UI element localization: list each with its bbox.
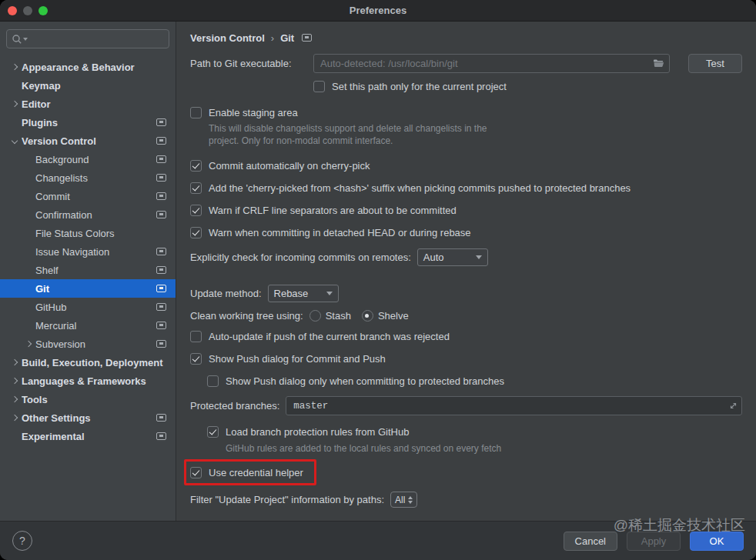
settings-page-icon (156, 340, 166, 348)
sidebar-item-build-execution-deployment[interactable]: Build, Execution, Deployment (0, 353, 176, 372)
auto-update-rejected-push-checkbox[interactable]: Auto-update if push of the current branc… (190, 328, 742, 345)
search-icon (12, 34, 28, 45)
sidebar-item-experimental[interactable]: Experimental (0, 427, 176, 445)
sidebar-item-tools[interactable]: Tools (0, 390, 176, 408)
chevron-right-icon[interactable] (12, 64, 18, 70)
settings-page-icon (302, 34, 312, 42)
commit-on-cherry-pick-label: Commit automatically on cherry-pick (209, 160, 370, 172)
settings-page-icon (156, 211, 166, 218)
sidebar-item-label: Git (35, 283, 156, 295)
sidebar-item-mercurial[interactable]: Mercurial (0, 316, 176, 335)
stash-radio-label[interactable]: Stash (326, 310, 351, 322)
chevron-right-icon[interactable] (12, 415, 18, 421)
checkbox-icon[interactable] (190, 205, 202, 216)
ok-button[interactable]: OK (690, 532, 744, 551)
checkbox-icon[interactable] (190, 107, 202, 118)
sidebar-item-git[interactable]: Git (0, 279, 176, 298)
enable-staging-area-label: Enable staging area (209, 107, 298, 118)
show-push-dialog-checkbox[interactable]: Show Push dialog for Commit and Push (190, 350, 742, 367)
commit-on-cherry-pick-checkbox[interactable]: Commit automatically on cherry-pick (190, 157, 742, 174)
chevron-down-icon[interactable] (12, 138, 18, 144)
load-branch-rules-checkbox[interactable]: Load branch protection rules from GitHub (207, 423, 742, 440)
sidebar-item-file-status-colors[interactable]: File Status Colors (0, 224, 176, 242)
sidebar-item-editor[interactable]: Editor (0, 95, 176, 113)
stash-radio[interactable] (309, 310, 321, 322)
search-input[interactable] (30, 34, 164, 45)
search-options-chevron-icon[interactable] (23, 38, 28, 41)
checkbox-icon[interactable] (190, 227, 202, 238)
folder-browse-icon[interactable] (653, 58, 664, 70)
expand-field-icon[interactable] (729, 401, 738, 412)
cancel-button[interactable]: Cancel (564, 532, 617, 551)
settings-page-icon (156, 285, 166, 292)
checkbox-icon[interactable] (207, 426, 219, 438)
chevron-right-icon[interactable] (12, 378, 18, 384)
sidebar-item-github[interactable]: GitHub (0, 298, 176, 316)
enable-staging-area-checkbox[interactable]: Enable staging area (190, 104, 742, 121)
warn-crlf-checkbox[interactable]: Warn if CRLF line separators are about t… (190, 202, 742, 218)
checkbox-icon[interactable] (190, 353, 202, 365)
checkbox-icon[interactable] (190, 160, 202, 172)
help-button[interactable]: ? (12, 531, 32, 551)
breadcrumb-separator: › (271, 32, 274, 44)
apply-button[interactable]: Apply (627, 532, 681, 551)
push-dialog-protected-checkbox[interactable]: Show Push dialog only when committing to… (207, 372, 742, 389)
shelve-radio-label[interactable]: Shelve (378, 310, 409, 322)
sidebar-item-label: Keymap (22, 80, 166, 92)
filter-update-project-label: Filter "Update Project" information by p… (190, 494, 384, 505)
dialog-footer: ? Cancel Apply OK @稀土掘金技术社区 (0, 521, 756, 560)
minimize-window-button[interactable] (23, 6, 32, 15)
sidebar-item-keymap[interactable]: Keymap (0, 76, 176, 95)
checkbox-icon[interactable] (313, 81, 325, 92)
sidebar-item-issue-navigation[interactable]: Issue Navigation (0, 242, 176, 261)
sidebar-item-label: Languages & Frameworks (22, 375, 166, 387)
checkbox-icon[interactable] (190, 331, 202, 342)
settings-page-icon (156, 155, 166, 163)
staging-hint: This will disable changelists support an… (209, 122, 497, 147)
breadcrumb-section[interactable]: Version Control (190, 32, 265, 44)
sidebar-item-subversion[interactable]: Subversion (0, 335, 176, 353)
git-path-row: Path to Git executable: Test (190, 54, 742, 73)
sidebar-item-languages-frameworks[interactable]: Languages & Frameworks (0, 372, 176, 390)
chevron-right-icon[interactable] (25, 341, 32, 347)
load-branch-rules-label: Load branch protection rules from GitHub (226, 426, 409, 438)
close-window-button[interactable] (8, 6, 17, 15)
settings-search-field[interactable] (6, 29, 169, 48)
cherry-picked-suffix-checkbox[interactable]: Add the 'cherry-picked from <hash>' suff… (190, 179, 742, 196)
sidebar-item-label: GitHub (35, 302, 156, 313)
chevron-right-icon[interactable] (12, 359, 18, 365)
shelve-radio[interactable] (362, 310, 373, 322)
cherry-picked-suffix-label: Add the 'cherry-picked from <hash>' suff… (209, 182, 631, 194)
filter-paths-select[interactable]: All (390, 492, 417, 508)
update-method-label: Update method: (190, 288, 262, 299)
update-method-select[interactable]: Rebase (268, 285, 339, 302)
sidebar-item-commit[interactable]: Commit (0, 187, 176, 205)
test-button[interactable]: Test (688, 54, 742, 73)
set-path-current-project-checkbox[interactable]: Set this path only for the current proje… (313, 78, 742, 95)
git-path-input[interactable] (313, 54, 670, 73)
sidebar-item-shelf[interactable]: Shelf (0, 261, 176, 279)
zoom-window-button[interactable] (38, 6, 48, 15)
sidebar-item-appearance-behavior[interactable]: Appearance & Behavior (0, 58, 176, 76)
protected-branches-input[interactable] (286, 396, 742, 415)
chevron-right-icon[interactable] (12, 396, 18, 402)
git-path-label: Path to Git executable: (190, 58, 307, 69)
warn-detached-head-label: Warn when committing in detached HEAD or… (209, 227, 471, 238)
sidebar-item-changelists[interactable]: Changelists (0, 168, 176, 187)
sidebar-item-other-settings[interactable]: Other Settings (0, 408, 176, 427)
sidebar-item-version-control[interactable]: Version Control (0, 132, 176, 150)
chevron-right-icon[interactable] (12, 101, 18, 107)
sidebar-item-confirmation[interactable]: Confirmation (0, 205, 176, 224)
warn-detached-head-checkbox[interactable]: Warn when committing in detached HEAD or… (190, 224, 742, 241)
settings-page-icon (156, 414, 166, 422)
breadcrumb-page: Git (280, 32, 294, 44)
branch-rules-hint: GitHub rules are added to the local rule… (226, 442, 742, 455)
checkbox-icon[interactable] (207, 375, 219, 387)
checkbox-icon[interactable] (190, 467, 202, 478)
sidebar-item-background[interactable]: Background (0, 150, 176, 168)
checkbox-icon[interactable] (190, 182, 202, 194)
incoming-commits-select[interactable]: Auto (417, 248, 488, 266)
update-method-row: Update method: Rebase (190, 285, 742, 302)
use-credential-helper-checkbox[interactable]: Use credential helper (190, 464, 303, 481)
sidebar-item-plugins[interactable]: Plugins (0, 113, 176, 132)
